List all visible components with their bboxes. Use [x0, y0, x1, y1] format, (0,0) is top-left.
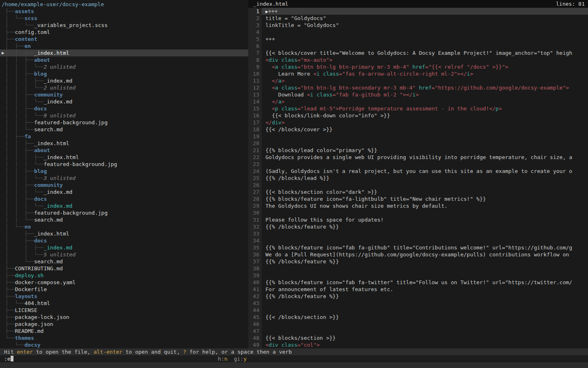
tree-row-2-unlisted[interactable]: │ │ │ └──2 unlisted	[0, 63, 248, 70]
tree-row-layouts[interactable]: ├──layouts	[0, 293, 248, 300]
entry-name: _index.md	[44, 189, 72, 195]
tree-row--variables-project-scss[interactable]: │ └──_variables_project.scss	[0, 22, 248, 29]
tree-row-assets[interactable]: ├──assets	[0, 8, 248, 15]
code-text	[262, 161, 588, 168]
tree-row-blog[interactable]: │ │ ├──blog	[0, 168, 248, 175]
code-line-5: 5+++	[248, 36, 588, 43]
code-segment: linkTitle = "Goldydocs"	[265, 22, 339, 28]
tree-row-about[interactable]: │ │ ├──about	[0, 56, 248, 63]
code-line-29: 29The Goldydocs UI now shows chair size …	[248, 202, 588, 209]
code-line-10: 10 Learn More <i class="fas fa-arrow-alt…	[248, 70, 588, 77]
tree-branch-lines: │ │ ├──	[5, 210, 34, 216]
code-line-33: 33	[248, 230, 588, 237]
code-text: Goldydocs provides a single web UI provi…	[262, 154, 588, 161]
tree-row--index-html[interactable]: │ │ ├──_index.html	[0, 140, 248, 147]
tree-row-blog[interactable]: │ │ ├──blog	[0, 70, 248, 77]
tree-row-contributing-md[interactable]: ├──CONTRIBUTING.md	[0, 265, 248, 272]
code-segment: We do a [Pull Request](https://github.co…	[265, 251, 572, 258]
entry-name: featured-background.jpg	[44, 161, 117, 167]
unlisted-count: 3 unlisted	[44, 175, 76, 181]
tree-row-search-md[interactable]: │ │ └──search.md	[0, 126, 248, 133]
code-segment: {{% /blocks/feature %}}	[265, 293, 339, 299]
code-segment: ="https://github.com/google/docsy-exampl…	[432, 85, 569, 91]
line-number: 35	[248, 244, 262, 251]
tree-row--index-html[interactable]: ▶│ │ ├──_index.html	[0, 49, 248, 56]
code-text: +++	[262, 36, 588, 43]
tree-row-docs[interactable]: │ ├──docs	[0, 237, 248, 244]
tree-row-en[interactable]: │ ├──en	[0, 43, 248, 49]
tree-branch-lines: │ │ ├──	[5, 57, 34, 63]
code-segment: Goldydocs provides a single web UI provi…	[265, 154, 572, 160]
tree-row-404-html[interactable]: │ └──404.html	[0, 300, 248, 307]
tree-row-themes[interactable]: └──themes	[0, 334, 248, 341]
tree-row-community[interactable]: │ │ ├──community	[0, 91, 248, 98]
tree-row-5-unlisted[interactable]: │ │ └──5 unlisted	[0, 251, 248, 258]
tree-branch-lines: │ │ │ └──	[5, 203, 44, 209]
tree-row-deploy-sh[interactable]: ├──deploy.sh	[0, 272, 248, 279]
line-number: 43	[248, 300, 262, 307]
tree-row--index-md[interactable]: │ │ │ └──_index.md	[0, 188, 248, 195]
line-number: 21	[248, 147, 262, 154]
tree-row-community[interactable]: │ │ ├──community	[0, 182, 248, 188]
tree-row-content[interactable]: ├──content	[0, 36, 248, 43]
tree-branch-lines: │ ├──	[5, 231, 34, 237]
tree-row-license[interactable]: ├──LICENSE	[0, 307, 248, 314]
code-segment	[416, 85, 419, 91]
tree-row-docs[interactable]: │ │ ├──docs	[0, 195, 248, 202]
tree-row-docsy[interactable]: └──docsy	[0, 341, 248, 348]
code-segment: class	[323, 71, 339, 77]
tree-row-docker-compose-yaml[interactable]: ├──docker-compose.yaml	[0, 279, 248, 286]
tree-row-config-toml[interactable]: ├──config.toml	[0, 29, 248, 36]
tree-row-scss[interactable]: │ └──scss	[0, 15, 248, 22]
tree-row-search-md[interactable]: │ │ └──search.md	[0, 216, 248, 223]
tree-row-docs[interactable]: │ │ ├──docs	[0, 105, 248, 112]
entry-name: _index.md	[44, 245, 72, 251]
unlisted-count: 9 unlisted	[44, 112, 76, 119]
line-number: 27	[248, 188, 262, 195]
code-line-42: 42{{% /blocks/feature %}}	[248, 293, 588, 300]
code-text: {{< blocks/section >}}	[262, 334, 588, 341]
code-line-13: 13 Download <i class="fab fa-github ml-2…	[248, 91, 588, 98]
tree-row-2-unlisted[interactable]: │ │ │ └──2 unlisted	[0, 84, 248, 91]
tree-row--index-html[interactable]: │ ├──_index.html	[0, 230, 248, 237]
unlisted-count: 2 unlisted	[44, 64, 76, 70]
tree-row-package-lock-json[interactable]: ├──package-lock.json	[0, 314, 248, 321]
code-segment: class	[316, 92, 332, 98]
tree-branch-lines: │ │ │ └──	[5, 175, 44, 181]
tree-row-3-unlisted[interactable]: │ │ │ └──3 unlisted	[0, 175, 248, 182]
entry-name: package.json	[15, 321, 53, 327]
tree-row--index-md[interactable]: │ │ │ ├──_index.md	[0, 77, 248, 84]
flag-label: gi:	[234, 356, 243, 362]
tree-row-package-json[interactable]: ├──package.json	[0, 321, 248, 328]
preview-cursor-icon: ▶	[265, 9, 268, 14]
tree-panel[interactable]: /home/example-user/docsy-example ├──asse…	[0, 0, 248, 348]
tree-row-dockerfile[interactable]: ├──Dockerfile	[0, 286, 248, 293]
code-segment: href	[419, 85, 432, 91]
tree-row--index-md[interactable]: │ │ │ └──_index.md	[0, 98, 248, 105]
tree-row--index-md[interactable]: │ │ ├──_index.md	[0, 244, 248, 251]
tree-row-no[interactable]: │ └──no	[0, 223, 248, 230]
tree-row-9-unlisted[interactable]: │ │ │ └──9 unlisted	[0, 112, 248, 119]
tree-row-readme-md[interactable]: ├──README.md	[0, 328, 248, 334]
tree-row--index-md[interactable]: │ │ │ └──_index.md	[0, 202, 248, 209]
tree-row--index-html[interactable]: │ │ │ ├──_index.html	[0, 154, 248, 161]
code-text	[262, 43, 588, 49]
tree-branch-lines: │ │ ├──	[5, 119, 34, 126]
code-line-44: 44	[248, 307, 588, 314]
code-text: {{% blocks/feature icon="fa-lightbulb" t…	[262, 195, 588, 202]
tree-row-fa[interactable]: │ ├──fa	[0, 133, 248, 140]
preview-panel[interactable]: _index.html lines: 81 1▶+++2title = "Gol…	[248, 0, 588, 348]
line-number: 33	[248, 230, 262, 237]
tree-row-search-md[interactable]: │ └──search.md	[0, 258, 248, 265]
entry-name: docs	[34, 238, 47, 244]
code-text: For announcement of latest features etc.	[262, 286, 588, 293]
tree-row-about[interactable]: │ │ ├──about	[0, 147, 248, 154]
code-segment: ="{{< relref "/docs" >}}">	[425, 64, 508, 70]
code-text: {{% /blocks/feature %}}	[262, 223, 588, 230]
code-segment: href	[412, 64, 425, 70]
tree-row-featured-background-jpg[interactable]: │ │ │ └──featured-background.jpg	[0, 161, 248, 168]
tree-branch-lines: │ ├──	[5, 43, 24, 49]
tree-rows: ├──assets│ └──scss│ └──_variables_projec…	[0, 8, 248, 348]
tree-row-featured-background-jpg[interactable]: │ │ ├──featured-background.jpg	[0, 119, 248, 126]
tree-row-featured-background-jpg[interactable]: │ │ ├──featured-background.jpg	[0, 209, 248, 216]
